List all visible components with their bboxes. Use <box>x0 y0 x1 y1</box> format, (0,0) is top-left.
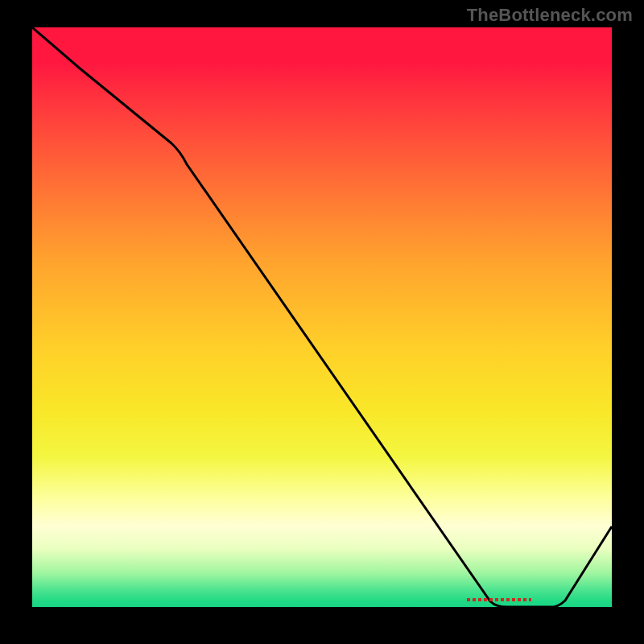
plot-area <box>32 27 612 607</box>
gradient-background <box>32 27 612 607</box>
chart-container: TheBottleneck.com <box>0 0 644 644</box>
watermark-text: TheBottleneck.com <box>467 5 633 26</box>
